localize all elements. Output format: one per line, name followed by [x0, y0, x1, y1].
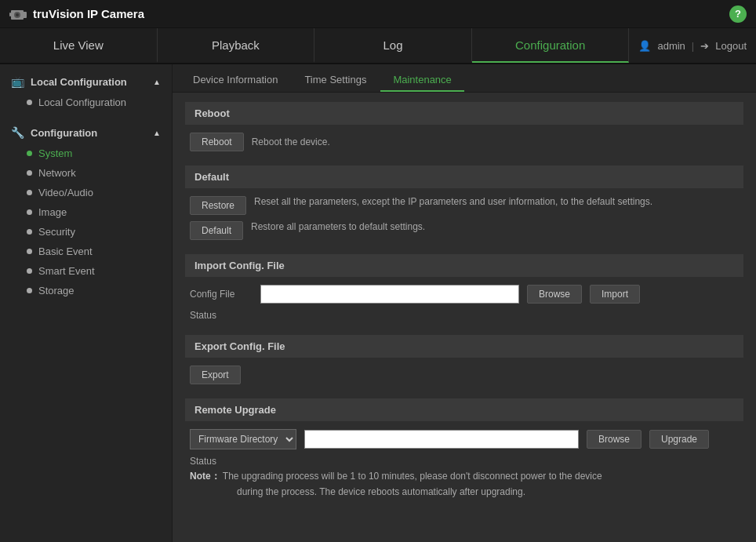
svg-rect-4: [9, 13, 11, 16]
restore-description: Reset all the parameters, except the IP …: [254, 196, 652, 207]
sidebar-config-header[interactable]: 🔧 Configuration ▲: [8, 122, 164, 144]
upgrade-status-row: Status: [190, 456, 739, 467]
sub-tab-time-settings[interactable]: Time Settings: [292, 69, 379, 92]
sidebar-item-system[interactable]: System: [20, 144, 164, 163]
restore-button[interactable]: Restore: [190, 196, 246, 215]
wrench-icon: 🔧: [11, 126, 24, 139]
firmware-directory-select[interactable]: Firmware Directory FTP: [190, 429, 296, 449]
camera-icon: [9, 7, 28, 21]
sidebar-security-label: Security: [38, 226, 75, 238]
reboot-section: Reboot Reboot Reboot the device.: [185, 102, 743, 151]
help-button[interactable]: ?: [729, 5, 747, 23]
tab-live-view[interactable]: Live View: [0, 28, 158, 63]
dot-basic-event: [27, 249, 32, 254]
import-config-content: Config File Browse Import Status: [185, 285, 743, 321]
monitor-icon: 📺: [11, 75, 24, 88]
default-section: Default Restore Reset all the parameters…: [185, 166, 743, 240]
reboot-content: Reboot Reboot the device.: [185, 133, 743, 151]
upgrade-row: Firmware Directory FTP Browse Upgrade: [190, 429, 739, 449]
config-file-row: Config File Browse Import: [190, 285, 739, 304]
firmware-path-input[interactable]: [304, 430, 579, 449]
sidebar-local-section: 📺 Local Configuration ▲ Local Configurat…: [0, 64, 172, 115]
upgrade-status-label: Status: [190, 456, 216, 467]
upgrade-browse-button[interactable]: Browse: [587, 430, 642, 449]
reboot-description: Reboot the device.: [252, 136, 330, 147]
sidebar-storage-label: Storage: [38, 285, 75, 296]
upgrade-button[interactable]: Upgrade: [649, 430, 709, 449]
tab-playback[interactable]: Playback: [158, 28, 315, 63]
sidebar-item-basic-event[interactable]: Basic Event: [20, 242, 164, 261]
sidebar-item-storage[interactable]: Storage: [20, 281, 164, 300]
main-area: 📺 Local Configuration ▲ Local Configurat…: [0, 64, 756, 542]
config-file-label: Config File: [190, 289, 253, 300]
dot-system: [27, 151, 32, 156]
logout-button[interactable]: Logout: [715, 40, 747, 52]
separator: |: [692, 40, 694, 52]
export-row: Export: [190, 366, 739, 384]
config-file-input[interactable]: [260, 285, 519, 304]
note-line2: during the process. The device reboots a…: [237, 486, 525, 497]
sidebar-config-items: System Network Video/Audio Image Securit…: [8, 144, 164, 300]
remote-upgrade-title: Remote Upgrade: [185, 398, 743, 421]
app-logo: truVision IP Camera: [9, 7, 144, 21]
remote-upgrade-content: Firmware Directory FTP Browse Upgrade St…: [185, 429, 743, 497]
svg-rect-3: [21, 12, 27, 18]
sidebar-local-title: Local Configuration: [31, 76, 127, 88]
dot-local-config: [27, 100, 32, 105]
tab-log[interactable]: Log: [314, 28, 472, 63]
tab-configuration[interactable]: Configuration: [472, 28, 630, 63]
export-config-title: Export Config. File: [185, 335, 743, 358]
note-block: Note： The upgrading process will be 1 to…: [190, 470, 739, 483]
dot-storage: [27, 288, 32, 293]
restore-row: Restore Reset all the parameters, except…: [190, 196, 739, 215]
sidebar-item-image[interactable]: Image: [20, 202, 164, 222]
collapse-config-icon: ▲: [153, 129, 161, 137]
sidebar-local-items: Local Configuration: [8, 93, 164, 112]
export-button[interactable]: Export: [190, 366, 241, 384]
app-title: truVision IP Camera: [33, 7, 144, 20]
reboot-title: Reboot: [185, 102, 743, 125]
default-title: Default: [185, 166, 743, 188]
import-button[interactable]: Import: [590, 285, 640, 304]
sidebar-item-security[interactable]: Security: [20, 222, 164, 242]
sub-tabs-bar: Device Information Time Settings Mainten…: [173, 64, 756, 93]
sidebar-local-header[interactable]: 📺 Local Configuration ▲: [8, 71, 164, 93]
import-status-row: Status: [190, 310, 739, 321]
collapse-local-icon: ▲: [153, 78, 161, 86]
sidebar-item-network[interactable]: Network: [20, 163, 164, 183]
content-body: Reboot Reboot Reboot the device. Default…: [173, 93, 756, 521]
dot-video-audio: [27, 190, 32, 195]
import-config-title: Import Config. File: [185, 254, 743, 277]
sidebar-item-local-config[interactable]: Local Configuration: [20, 93, 164, 112]
sidebar-basic-event-label: Basic Event: [38, 246, 93, 257]
sidebar-image-label: Image: [38, 206, 67, 218]
sidebar-config-section: 🔧 Configuration ▲ System Network Video/A…: [0, 115, 172, 304]
svg-point-2: [16, 13, 19, 16]
default-content: Restore Reset all the parameters, except…: [185, 196, 743, 240]
sidebar-system-label: System: [38, 147, 72, 159]
sidebar-item-video-audio[interactable]: Video/Audio: [20, 183, 164, 202]
default-button[interactable]: Default: [190, 221, 243, 240]
sidebar-network-label: Network: [38, 167, 76, 179]
sidebar-smart-event-label: Smart Event: [38, 265, 95, 277]
note-line1: The upgrading process will be 1 to 10 mi…: [223, 471, 602, 482]
export-config-content: Export: [185, 366, 743, 384]
sidebar-config-title: Configuration: [31, 127, 97, 139]
dot-network: [27, 170, 32, 176]
sidebar-item-smart-event[interactable]: Smart Event: [20, 261, 164, 281]
remote-upgrade-section: Remote Upgrade Firmware Directory FTP Br…: [185, 398, 743, 497]
note-prefix: Note：: [190, 471, 220, 482]
reboot-button[interactable]: Reboot: [190, 133, 244, 151]
dot-security: [27, 229, 32, 235]
import-status-label: Status: [190, 310, 216, 321]
content-area: Device Information Time Settings Mainten…: [173, 64, 756, 542]
sidebar: 📺 Local Configuration ▲ Local Configurat…: [0, 64, 173, 542]
sub-tab-maintenance[interactable]: Maintenance: [380, 69, 463, 92]
import-browse-button[interactable]: Browse: [527, 285, 582, 304]
dot-image: [27, 209, 32, 215]
reboot-row: Reboot Reboot the device.: [190, 133, 739, 151]
sub-tab-device-info[interactable]: Device Information: [180, 69, 290, 92]
sidebar-video-audio-label: Video/Audio: [38, 187, 93, 198]
header: truVision IP Camera ?: [0, 0, 756, 28]
username-label: admin: [657, 40, 685, 52]
